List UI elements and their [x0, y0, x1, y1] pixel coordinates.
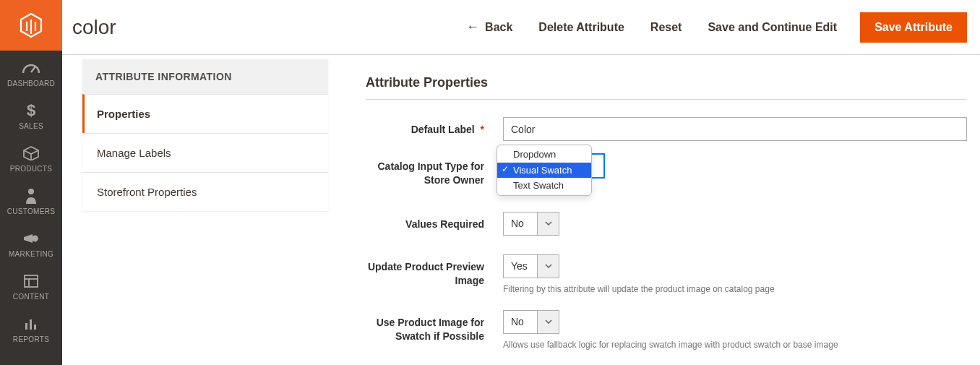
- field-label: Use Product Image for Swatch if Possible: [366, 310, 503, 343]
- back-button[interactable]: ← Back: [453, 14, 525, 40]
- field-label: Values Required: [366, 212, 503, 231]
- select-value: No: [504, 212, 537, 235]
- dropdown-option[interactable]: Dropdown: [497, 147, 591, 163]
- dollar-icon: $: [27, 102, 35, 119]
- svg-line-0: [31, 66, 35, 72]
- admin-nav: DASHBOARD $ SALES PRODUCTS CUSTOMERS MAR…: [0, 0, 62, 365]
- svg-point-1: [28, 189, 34, 194]
- nav-label: SALES: [19, 122, 43, 130]
- select-value: No: [504, 311, 537, 333]
- select-value: Yes: [504, 255, 537, 278]
- arrow-left-icon: ←: [466, 20, 479, 35]
- tab-storefront-properties[interactable]: Storefront Properties: [82, 172, 328, 211]
- gauge-icon: [22, 59, 40, 77]
- reset-button[interactable]: Reset: [637, 15, 695, 40]
- nav-item-products[interactable]: PRODUCTS: [0, 136, 62, 179]
- section-title: Attribute Properties: [366, 75, 967, 100]
- tabs-title: ATTRIBUTE INFORMATION: [82, 59, 328, 94]
- layout-icon: [24, 272, 38, 290]
- bars-icon: [24, 315, 38, 332]
- attribute-info-tabs: ATTRIBUTE INFORMATION Properties Manage …: [82, 59, 328, 211]
- field-values-required: Values Required No: [366, 212, 967, 236]
- nav-label: REPORTS: [13, 335, 49, 343]
- use-product-image-select[interactable]: No: [503, 310, 559, 334]
- save-attribute-button[interactable]: Save Attribute: [860, 12, 967, 43]
- chevron-down-icon: [537, 255, 559, 278]
- tab-manage-labels[interactable]: Manage Labels: [82, 133, 328, 172]
- field-label: Default Label *: [366, 117, 503, 137]
- chevron-down-icon: [537, 311, 559, 333]
- field-default-label: Default Label *: [366, 117, 967, 141]
- dropdown-option[interactable]: Text Swatch: [497, 178, 591, 194]
- default-label-input[interactable]: [503, 117, 967, 141]
- megaphone-icon: [22, 230, 40, 247]
- field-label: Update Product Preview Image: [366, 254, 503, 288]
- update-preview-select[interactable]: Yes: [503, 254, 559, 278]
- delete-attribute-button[interactable]: Delete Attribute: [525, 15, 637, 40]
- svg-rect-5: [25, 323, 27, 330]
- box-icon: [23, 145, 39, 162]
- nav-label: DASHBOARD: [7, 80, 55, 87]
- nav-item-content[interactable]: CONTENT: [0, 264, 62, 306]
- svg-rect-6: [30, 319, 32, 330]
- field-note: Filtering by this attribute will update …: [503, 284, 967, 294]
- required-mark: *: [481, 124, 484, 135]
- page-header: color ← Back Delete Attribute Reset Save…: [62, 0, 980, 55]
- nav-label: CONTENT: [13, 293, 49, 301]
- tab-properties[interactable]: Properties: [82, 94, 328, 133]
- nav-label: PRODUCTS: [10, 165, 53, 173]
- dropdown-option[interactable]: Visual Swatch: [497, 163, 591, 179]
- nav-item-reports[interactable]: REPORTS: [0, 306, 62, 349]
- chevron-down-icon: [537, 212, 559, 235]
- magento-logo[interactable]: [0, 0, 62, 51]
- nav-item-sales[interactable]: $ SALES: [0, 93, 62, 136]
- person-icon: [25, 187, 37, 205]
- field-use-product-image: Use Product Image for Swatch if Possible…: [366, 310, 967, 350]
- nav-label: CUSTOMERS: [7, 207, 55, 215]
- back-label: Back: [485, 21, 512, 34]
- magento-logo-icon: [20, 12, 43, 38]
- field-label: Catalog Input Type for Store Owner: [366, 154, 503, 187]
- values-required-select[interactable]: No: [503, 212, 559, 236]
- field-update-preview-image: Update Product Preview Image Yes Filteri…: [366, 254, 967, 294]
- main-content: ATTRIBUTE INFORMATION Properties Manage …: [62, 55, 980, 365]
- svg-rect-2: [25, 275, 38, 287]
- nav-item-dashboard[interactable]: DASHBOARD: [0, 51, 62, 93]
- field-input-type: Catalog Input Type for Store Owner Dropd…: [366, 154, 967, 187]
- nav-item-marketing[interactable]: MARKETING: [0, 221, 62, 264]
- attribute-properties-section: Attribute Properties Default Label * Cat…: [366, 75, 967, 363]
- save-continue-button[interactable]: Save and Continue Edit: [695, 15, 850, 40]
- field-note: Allows use fallback logic for replacing …: [503, 340, 967, 350]
- page-title: color: [72, 16, 116, 39]
- nav-label: MARKETING: [9, 250, 53, 258]
- input-type-dropdown: Dropdown Visual Swatch Text Swatch: [497, 145, 592, 196]
- nav-item-customers[interactable]: CUSTOMERS: [0, 179, 62, 221]
- svg-rect-7: [34, 325, 36, 330]
